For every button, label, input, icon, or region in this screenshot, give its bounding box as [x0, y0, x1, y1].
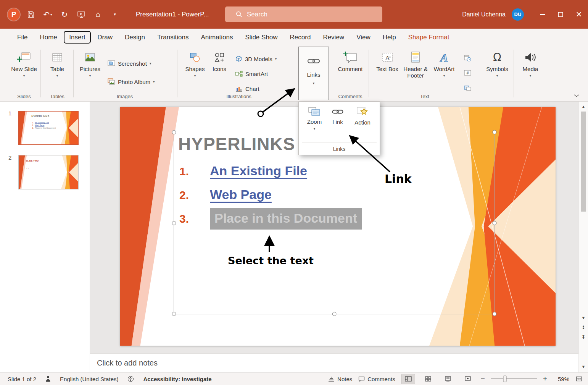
- tab-design[interactable]: Design: [119, 31, 151, 44]
- zoom-level[interactable]: 59%: [553, 376, 569, 382]
- slide-sorter-view-button[interactable]: [421, 374, 435, 384]
- quick-access-chevron-icon[interactable]: ▾: [109, 8, 121, 21]
- reading-view-button[interactable]: [441, 374, 455, 384]
- date-time-icon: [464, 55, 471, 61]
- accessibility-status[interactable]: Accessibility: Investigate: [143, 376, 211, 382]
- resize-handle[interactable]: [493, 221, 497, 225]
- notes-toggle[interactable]: Notes: [328, 376, 352, 382]
- smartart-button[interactable]: SmartArt: [234, 68, 269, 80]
- comment-button[interactable]: Comment: [333, 47, 367, 91]
- slide-number-button[interactable]: #: [461, 67, 474, 79]
- resize-handle[interactable]: [493, 312, 497, 316]
- text-box-button[interactable]: A Text Box: [375, 47, 400, 91]
- object-button[interactable]: [461, 82, 474, 94]
- chevron-down-icon: ▾: [153, 80, 155, 84]
- scroll-up-icon[interactable]: ▲: [579, 104, 588, 109]
- resize-handle[interactable]: [172, 312, 176, 316]
- next-slide-button[interactable]: ▼▼: [579, 335, 588, 340]
- hyperlink-existing-file[interactable]: An Existing File: [210, 163, 307, 178]
- zoom-in-button[interactable]: +: [543, 375, 547, 383]
- object-icon: [464, 85, 471, 91]
- tab-view[interactable]: View: [351, 31, 376, 44]
- resize-handle[interactable]: [172, 221, 176, 225]
- collapse-ribbon-icon[interactable]: [574, 92, 580, 99]
- screenshot-icon: [108, 60, 115, 67]
- slide-thumbnail-1[interactable]: HYPERLINKS 1.An Existing File 2.Web Page…: [18, 111, 79, 145]
- tab-draw[interactable]: Draw: [92, 31, 118, 44]
- tab-help[interactable]: Help: [377, 31, 402, 44]
- resize-handle[interactable]: [172, 130, 176, 134]
- table-button[interactable]: Table ▾: [43, 47, 71, 91]
- scrollbar-thumb[interactable]: [581, 112, 586, 212]
- language-indicator[interactable]: English (United States): [60, 376, 118, 382]
- accessibility-checker-icon[interactable]: [127, 376, 134, 382]
- slideshow-view-button[interactable]: [461, 374, 475, 384]
- undo-icon[interactable]: ↶▾: [42, 8, 53, 21]
- screenshot-button[interactable]: Screenshot ▾: [106, 57, 153, 70]
- tab-slide-show[interactable]: Slide Show: [240, 31, 284, 44]
- media-button[interactable]: Media ▾: [517, 47, 544, 91]
- selected-text[interactable]: Place in this Document: [210, 208, 362, 230]
- previous-slide-button[interactable]: ▲▲: [579, 325, 588, 330]
- home-icon[interactable]: ⌂: [92, 8, 104, 21]
- tab-file[interactable]: File: [11, 31, 33, 44]
- normal-view-button[interactable]: [401, 374, 415, 384]
- save-icon[interactable]: [25, 8, 37, 21]
- start-slideshow-icon[interactable]: [76, 8, 87, 21]
- comments-toggle-label: Comments: [367, 376, 395, 382]
- smartart-icon: [235, 70, 243, 77]
- scroll-down-notes-icon[interactable]: ▼: [579, 364, 588, 369]
- resize-handle[interactable]: [332, 312, 337, 316]
- fit-slide-icon[interactable]: [575, 376, 583, 382]
- tab-shape-format[interactable]: Shape Format: [403, 31, 455, 44]
- action-menu-item[interactable]: Action: [350, 107, 375, 126]
- 3d-models-button[interactable]: 3D Models ▾: [234, 53, 278, 65]
- svg-text:#: #: [466, 71, 469, 75]
- icons-button[interactable]: Icons: [209, 47, 230, 91]
- search-bar[interactable]: [225, 6, 382, 22]
- maximize-button[interactable]: [551, 0, 570, 29]
- powerpoint-logo-icon[interactable]: P: [8, 8, 20, 21]
- shapes-label: Shapes: [185, 66, 205, 73]
- new-slide-button[interactable]: New Slide ▾: [8, 47, 40, 91]
- zoom-menu-item[interactable]: Zoom ▾: [303, 107, 326, 131]
- zoom-out-button[interactable]: −: [481, 375, 485, 383]
- tab-transitions[interactable]: Transitions: [151, 31, 195, 44]
- links-button[interactable]: Links ▾: [298, 47, 329, 100]
- thumbnail-title: HYPERLINKS: [31, 115, 49, 118]
- zoom-slider-thumb[interactable]: [503, 376, 506, 382]
- pictures-button[interactable]: Pictures ▾: [77, 47, 103, 91]
- close-button[interactable]: ×: [570, 0, 588, 29]
- wordart-button[interactable]: A WordArt ▾: [430, 47, 458, 91]
- avatar[interactable]: DU: [512, 8, 524, 21]
- tab-home[interactable]: Home: [34, 31, 63, 44]
- photo-album-button[interactable]: Photo Album ▾: [106, 76, 156, 88]
- scroll-down-icon[interactable]: ▼: [579, 315, 588, 320]
- tab-record[interactable]: Record: [284, 31, 317, 44]
- symbols-button[interactable]: Ω Symbols ▾: [483, 47, 511, 91]
- redo-icon[interactable]: ↻: [59, 8, 70, 21]
- hyperlink-web-page[interactable]: Web Page: [210, 187, 272, 202]
- group-divider: [73, 50, 74, 97]
- thumbnail-bullets: • •: [26, 167, 29, 169]
- minimize-button[interactable]: [533, 0, 551, 29]
- slide-thumbnail-2[interactable]: SLIDE TWO • •: [18, 155, 79, 189]
- shapes-button[interactable]: Shapes ▾: [184, 47, 206, 91]
- tab-animations[interactable]: Animations: [195, 31, 238, 44]
- icons-icon: [214, 50, 225, 65]
- chart-button[interactable]: Chart: [234, 82, 261, 95]
- accessibility-person-icon[interactable]: [45, 376, 51, 382]
- zoom-slider[interactable]: [491, 379, 537, 379]
- comments-toggle[interactable]: Comments: [358, 376, 395, 382]
- date-time-button[interactable]: [461, 52, 474, 64]
- search-input[interactable]: [247, 11, 369, 18]
- resize-handle[interactable]: [493, 130, 497, 134]
- slide-title[interactable]: HYPERLINKS: [178, 134, 295, 154]
- callout-link-label: Link: [385, 172, 412, 186]
- notes-pane[interactable]: Click to add notes: [90, 353, 578, 372]
- link-menu-item[interactable]: Link: [329, 107, 347, 125]
- tab-review[interactable]: Review: [317, 31, 350, 44]
- header-footer-button[interactable]: Header & Footer: [401, 47, 430, 91]
- vertical-scrollbar[interactable]: ▲ ▼ ▲▲ ▼▼ ▼: [578, 102, 588, 372]
- tab-insert[interactable]: Insert: [64, 31, 91, 44]
